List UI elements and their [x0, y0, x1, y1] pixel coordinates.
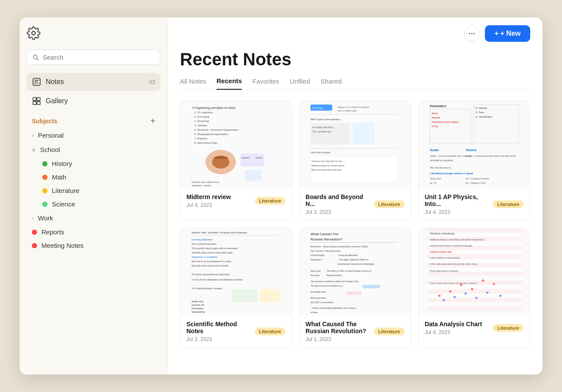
svg-text:- Financial difficulties: - Financial difficulties [338, 254, 358, 257]
science-dot [42, 202, 47, 207]
page-title: Recent Notes [180, 50, 530, 69]
note-date: Jul 4, 2023 [186, 202, 231, 208]
chevron-right-icon: › [32, 132, 34, 139]
sidebar-item-work[interactable]: › Work [27, 211, 160, 225]
svg-point-11 [469, 33, 470, 34]
svg-rect-41 [353, 123, 375, 145]
sidebar-item-meeting-notes[interactable]: Meeting Notes [27, 239, 160, 252]
gallery-icon [32, 96, 41, 106]
svg-rect-133 [426, 289, 522, 294]
subject-personal-label: Personal [38, 132, 64, 139]
settings-icon[interactable] [27, 26, 41, 42]
note-title: Midterm review [186, 193, 231, 200]
sidebar-item-gallery[interactable]: Gallery [27, 92, 160, 110]
search-bar[interactable] [27, 50, 160, 65]
svg-text:Vectors = a physical quantity : Vectors = a physical quantity that is fu… [465, 155, 515, 157]
svg-text:Links   Data   Compare: Links Data Compare [311, 151, 331, 154]
history-label: History [52, 160, 72, 167]
literature-dot [42, 188, 47, 193]
science-label: Science [52, 200, 75, 208]
svg-text:Describe what it means to be s: Describe what it means to be scientific [192, 264, 229, 267]
svg-text:ΔT = Change in Position: ΔT = Change in Position [465, 177, 489, 180]
new-button[interactable]: + + New [485, 25, 530, 42]
note-info: Data Analysis Chart Jul 4, 2023 Literatu… [419, 315, 530, 341]
svg-text:Summary line note here for tex: Summary line note here for text [311, 160, 342, 162]
sidebar-subitem-literature[interactable]: Literature [27, 184, 160, 197]
svg-text:Tip Pings: Tip Pings [312, 107, 323, 109]
note-tag: Literature [255, 328, 286, 335]
note-card[interactable]: 6 Organising principles of vision 1. YG … [180, 101, 292, 221]
sidebar-subitem-history[interactable]: History [27, 157, 160, 170]
svg-rect-38 [311, 114, 398, 115]
more-button[interactable] [464, 26, 480, 41]
svg-text:6 Organising principles of vis: 6 Organising principles of vision [193, 106, 236, 110]
note-card[interactable]: Statistical methodology... Statistical e… [418, 228, 530, 348]
svg-point-155 [475, 297, 477, 299]
search-icon [32, 54, 39, 61]
note-title: What Caused The Russian Revolution? [305, 321, 374, 335]
note-date: Jul 1, 2023 [305, 336, 374, 342]
notes-grid: 6 Organising principles of vision 1. YG … [180, 101, 530, 348]
literature-label: Literature [52, 187, 79, 194]
svg-rect-44 [311, 148, 398, 149]
svg-text:After that it can be evaluated: After that it can be evaluated on a mode… [192, 260, 233, 263]
svg-text:in there: in there [311, 311, 318, 314]
svg-text:described by magnitude: described by magnitude [430, 159, 453, 162]
svg-rect-94 [311, 242, 398, 243]
svg-text:The words independent and depe: The words independent and dependent... [192, 273, 231, 276]
svg-rect-74 [192, 235, 279, 236]
svg-text:Section Title | Scientific Thi: Section Title | Scientific Thinking and … [192, 231, 247, 234]
svg-point-147 [449, 291, 451, 293]
svg-point-153 [454, 296, 456, 298]
svg-point-157 [499, 295, 501, 297]
sidebar-item-reports[interactable]: Reports [27, 225, 160, 239]
tab-recents[interactable]: Recents [217, 77, 242, 90]
note-card[interactable]: Tip Pings Report 12 is shown for patient… [299, 101, 411, 221]
svg-text:5. Structural - Functional Org: 5. Structural - Functional Organization [194, 128, 238, 131]
note-thumbnail: Statistical methodology... Statistical e… [419, 228, 530, 315]
svg-text:The government's revolution as: The government's revolution as a [311, 284, 343, 287]
note-card[interactable]: Section Title | Scientific Thinking and … [180, 228, 292, 348]
sidebar-item-school[interactable]: ∨ School [27, 142, 160, 157]
tab-unfiled[interactable]: Unfiled [290, 78, 310, 89]
note-date: Jul 4, 2023 [425, 209, 493, 215]
add-subject-icon[interactable]: + [150, 116, 155, 125]
history-dot [42, 161, 47, 166]
svg-text:T= Time: T= Time [475, 111, 484, 114]
content-area: Recent Notes All Notes Recents Favorites… [168, 50, 542, 375]
subjects-label: Subjects [32, 118, 57, 125]
note-card[interactable]: Kinematics Dance Imported Poorly/Dense (… [418, 101, 530, 221]
svg-text:predict what: predict what [192, 300, 204, 303]
new-button-icon: + [494, 30, 498, 37]
svg-text:the middle class: the middle class [311, 291, 326, 293]
svg-text:4. Labeling: 4. Labeling [194, 124, 207, 127]
svg-point-151 [493, 283, 495, 285]
note-info: Unit 1 AP Physics, Into... Jul 4, 2023 L… [419, 188, 530, 220]
svg-text:Statistical energy 1 described: Statistical energy 1 described by the go… [430, 238, 485, 241]
svg-text:With 4 parts to the question..: With 4 parts to the question... [311, 118, 342, 121]
svg-text:Neurons also called soma: Neurons also called soma [192, 181, 220, 183]
svg-text:The a question test...: The a question test... [312, 130, 333, 133]
note-tag: Literature [493, 200, 524, 208]
top-bar: + + New [168, 17, 542, 50]
svg-text:3. Streaming: 3. Streaming [194, 120, 209, 122]
svg-rect-129 [426, 272, 522, 276]
note-thumbnail: 6 Organising principles of vision 1. YG … [180, 101, 291, 188]
sidebar-item-notes[interactable]: Notes 33 [27, 73, 160, 91]
svg-text:The economic conditions within: The economic conditions within the Russi… [311, 280, 359, 283]
svg-point-13 [474, 33, 475, 34]
tab-favorites[interactable]: Favorites [252, 78, 279, 89]
svg-text:Inferior: Inferior [256, 156, 263, 159]
sidebar-subitem-math[interactable]: Math [27, 170, 160, 184]
tab-all-notes[interactable]: All Notes [180, 78, 206, 89]
tab-shared[interactable]: Shared [321, 78, 342, 89]
svg-rect-57 [473, 105, 518, 144]
note-card[interactable]: What Caused The Russian Revolution? What… [299, 228, 411, 348]
sidebar-item-personal[interactable]: › Personal [27, 128, 160, 142]
svg-rect-32 [245, 170, 262, 181]
svg-text:In this note observation what : In this note observation what do the cir… [430, 263, 479, 265]
note-meta: Data Analysis Chart Jul 4, 2023 [425, 321, 482, 335]
search-input[interactable] [43, 54, 155, 61]
sidebar-subitem-science[interactable]: Science [27, 197, 160, 211]
svg-text:V= Velocity: V= Velocity [475, 107, 487, 109]
